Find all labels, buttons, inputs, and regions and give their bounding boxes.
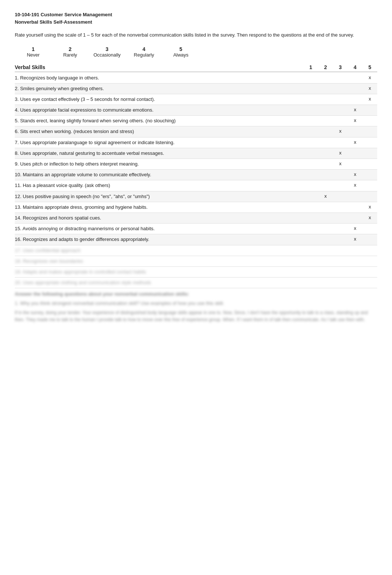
score-cells: x [303, 107, 377, 112]
score-cell [303, 182, 318, 188]
score-cell [362, 171, 377, 177]
score-cell [348, 128, 362, 134]
score-cell [362, 128, 377, 134]
scale-row: 1 Never 2 Rarely 3 Occasionally 4 Regula… [15, 46, 377, 58]
score-cell [318, 215, 333, 220]
skill-text: 6. Sits erect when working. (reduces ten… [15, 128, 303, 135]
blurred-skill-text: 18. Recognizes own boundaries [15, 258, 303, 265]
skill-text: 10. Maintains an appropriate volume to c… [15, 171, 303, 178]
section-header: Verbal Skills 1 2 3 4 5 [15, 64, 377, 72]
blurred-score-cell [348, 247, 362, 253]
table-row: 7. Uses appropriate paralanguage to sign… [15, 137, 377, 148]
score-cells: x [303, 150, 377, 156]
score-cell: x [333, 161, 348, 166]
blurred-score-cells [303, 269, 377, 274]
table-row: 2. Smiles genuinely when greeting others… [15, 84, 377, 94]
table-row: 13. Maintains appropriate dress, groomin… [15, 202, 377, 213]
score-cell: x [362, 85, 377, 91]
table-row: 14. Recognizes and honors spatial cues.x [15, 213, 377, 224]
score-cell [303, 150, 318, 156]
score-cell: x [348, 236, 362, 242]
score-cell [362, 107, 377, 112]
score-cell: x [362, 75, 377, 80]
blurred-score-cell [303, 269, 318, 274]
scale-item-5: 5 Always [162, 46, 199, 58]
blurred-q1: 1. Why you think strongest nonverbal com… [15, 300, 377, 307]
score-cell [362, 182, 377, 188]
blurred-score-cell [333, 279, 348, 285]
score-cell [333, 139, 348, 145]
score-cells: x [303, 118, 377, 123]
blurred-skill-text: 20. Uses appropriate clothing and commun… [15, 279, 303, 286]
score-cell [303, 193, 318, 199]
blurred-score-cell [303, 258, 318, 263]
score-cell [333, 225, 348, 231]
score-cell [303, 96, 318, 102]
score-cell [318, 139, 333, 145]
blurred-score-cell [348, 258, 362, 263]
score-cell [348, 161, 362, 166]
score-cell [318, 171, 333, 177]
score-cell [318, 107, 333, 112]
score-cell: x [318, 193, 333, 199]
score-cells: x [303, 96, 377, 102]
score-cell [333, 96, 348, 102]
blurred-row: 19. Adapts and makes appropriate in cont… [15, 267, 377, 278]
score-cell [318, 150, 333, 156]
score-cell: x [333, 150, 348, 156]
score-cell: x [362, 215, 377, 220]
scale-item-3: 3 Occasionally [89, 46, 125, 58]
blurred-skill-text: 19. Adapts and makes appropriate in cont… [15, 269, 303, 275]
score-cell: x [348, 139, 362, 145]
blurred-score-cell [318, 279, 333, 285]
blurred-score-cell [318, 258, 333, 263]
score-cell [348, 150, 362, 156]
blurred-para: If in the survey, doing your tender. You… [15, 309, 377, 323]
score-cell [303, 236, 318, 242]
score-header-3: 3 [333, 64, 348, 70]
score-cells: x [303, 171, 377, 177]
table-row: 3. Uses eye contact effectively (3 – 5 s… [15, 94, 377, 105]
blurred-score-cell [362, 258, 377, 263]
score-col-headers: 1 2 3 4 5 [303, 64, 377, 70]
score-header-4: 4 [348, 64, 362, 70]
blurred-row: 18. Recognizes own boundaries [15, 256, 377, 267]
score-cell [348, 96, 362, 102]
score-header-2: 2 [318, 64, 333, 70]
score-cell [303, 161, 318, 166]
score-cell [362, 118, 377, 123]
intro-text: Rate yourself using the scale of 1 – 5 f… [15, 31, 377, 39]
blurred-score-cell [333, 258, 348, 263]
blurred-row: 17. Uses confidential approach [15, 245, 377, 256]
score-cell [333, 75, 348, 80]
skill-text: 7. Uses appropriate paralanguage to sign… [15, 139, 303, 146]
header-line1: 10-104-191 Customer Service Management [15, 12, 112, 17]
score-cell [348, 193, 362, 199]
score-cell [333, 171, 348, 177]
score-cell [333, 236, 348, 242]
score-cell [318, 182, 333, 188]
scale-item-4: 4 Regularly [125, 46, 162, 58]
score-cell [318, 85, 333, 91]
table-row: 12. Uses positive pausing in speech (no … [15, 191, 377, 202]
blurred-score-cells [303, 279, 377, 285]
skill-text: 16. Recognizes and adapts to gender diff… [15, 236, 303, 243]
score-cell: x [362, 96, 377, 102]
table-row: 6. Sits erect when working. (reduces ten… [15, 126, 377, 137]
score-cell [303, 225, 318, 231]
score-cells: x [303, 182, 377, 188]
score-cell [303, 128, 318, 134]
score-cell: x [348, 182, 362, 188]
table-row: 1. Recognizes body language in others.x [15, 73, 377, 84]
score-cell [318, 118, 333, 123]
score-cell [303, 204, 318, 210]
skill-text: 12. Uses positive pausing in speech (no … [15, 193, 303, 200]
score-cells: x [303, 75, 377, 80]
header-line2: Nonverbal Skills Self-Assessment [15, 19, 92, 25]
table-row: 5. Stands erect, leaning slightly forwar… [15, 116, 377, 126]
score-cell [333, 204, 348, 210]
score-cell [348, 85, 362, 91]
score-cell [333, 215, 348, 220]
blurred-score-cell [333, 247, 348, 253]
score-cell [303, 171, 318, 177]
